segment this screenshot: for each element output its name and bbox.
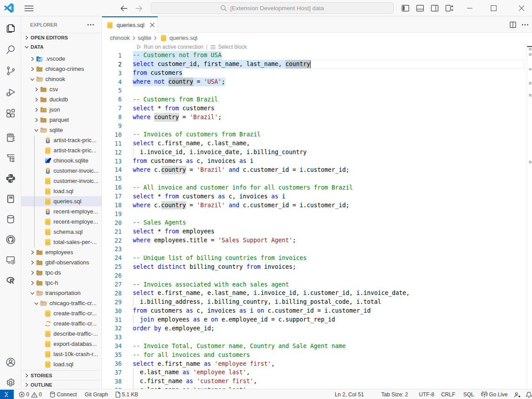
window-minimize-button[interactable] [459, 0, 480, 16]
code-line-29[interactable]: 29 i.billing_address, i.billing_country,… [102, 298, 532, 306]
window-maximize-button[interactable] [483, 0, 504, 16]
activity-source-control[interactable] [0, 61, 21, 81]
explorer-more-actions-button[interactable] [86, 21, 95, 28]
tree-item-customer-invoic...[interactable]: customer-invoic... [21, 176, 102, 186]
breadcrumb-chinook[interactable]: chinook [110, 35, 130, 41]
code-editor[interactable]: Run on active connection | Select block … [102, 43, 532, 389]
menu-button[interactable] [22, 2, 35, 14]
codelens-select-block-link[interactable]: Select block [210, 44, 247, 50]
tree-item-create-traffic-cr...[interactable]: create-traffic-cr... [21, 318, 102, 329]
code-line-4[interactable]: 4where not country = 'USA'; [102, 77, 532, 86]
tree-item-load.sql[interactable]: load.sql [21, 186, 102, 196]
window-close-button[interactable] [511, 0, 532, 16]
activity-r-lang[interactable] [0, 270, 21, 291]
code-line-36[interactable]: 36select e.first_name as 'employee first… [102, 360, 532, 368]
code-line-23[interactable]: 23 [102, 245, 532, 254]
code-line-26[interactable]: 26 [102, 271, 532, 280]
tree-item-tpc-h[interactable]: tpc-h [21, 278, 102, 288]
tree-item-duckdb[interactable]: duckdb [21, 94, 102, 105]
tree-item-gbif-observations[interactable]: gbif-observations [21, 257, 102, 267]
code-line-32[interactable]: 32order by e.employee_id; [102, 324, 532, 333]
code-line-21[interactable]: 21select * from employees [102, 227, 532, 236]
code-line-6[interactable]: 6-- Customers from Brazil [102, 95, 532, 104]
tree-item-chicago-crimes[interactable]: chicago-crimes [21, 64, 102, 74]
status-sqltools-connect[interactable]: Connect [50, 390, 77, 399]
activity-extensions[interactable] [0, 103, 21, 124]
breadcrumb-sqlite[interactable]: sqlite [138, 35, 151, 41]
activity-data-tools[interactable] [0, 148, 21, 168]
tree-item-export-databas...[interactable]: export-databas... [21, 339, 102, 349]
code-line-9[interactable]: 9 [102, 122, 532, 131]
code-line-12[interactable]: 12 i.invoice_id, i.invoice_date, i.billi… [102, 148, 532, 157]
tree-item-schema.sql[interactable]: schema.sql [21, 227, 102, 237]
tree-item-last-10k-crash-r...[interactable]: last-10k-crash-r... [21, 349, 102, 359]
code-line-37[interactable]: 37 e.last_name as 'employee last', [102, 368, 532, 377]
code-line-17[interactable]: 17select * from customers as c, invoices… [102, 192, 532, 201]
code-line-39[interactable]: 39 c.last_name as 'customer last', [102, 386, 532, 389]
tree-item-chinook.sqlite[interactable]: chinook.sqlite [21, 155, 102, 166]
code-line-34[interactable]: 34-- Invoice Total, Customer name, Count… [102, 342, 532, 351]
activity-database[interactable] [0, 209, 21, 229]
code-line-1[interactable]: 1-- Customers not from USA [102, 51, 532, 60]
code-line-5[interactable]: 5 [102, 86, 532, 95]
status-eol[interactable]: CRLF [441, 390, 455, 399]
code-line-24[interactable]: 24-- Unique list of billing countries fr… [102, 254, 532, 263]
tree-item-artist-track-pric...[interactable]: artist-track-pric... [21, 145, 102, 155]
activity-search[interactable] [0, 39, 21, 60]
activity-explorer[interactable] [0, 18, 21, 39]
code-line-25[interactable]: 25select distinct billing_country from i… [102, 263, 532, 271]
activity-remote-explorer[interactable] [0, 250, 21, 270]
code-line-35[interactable]: 35-- for all invoices and customers [102, 351, 532, 360]
tree-item-recent-employe...[interactable]: recent-employe... [21, 206, 102, 217]
section-stories[interactable]: STORIES [21, 370, 102, 380]
editor-more-actions-button[interactable] [522, 24, 528, 26]
code-line-13[interactable]: 13from customers as c, invoices as i [102, 157, 532, 166]
code-line-20[interactable]: 20-- Sales Agents [102, 218, 532, 227]
overview-ruler[interactable] [527, 43, 532, 389]
code-line-19[interactable]: 19 [102, 209, 532, 218]
tree-item-json[interactable]: json [21, 105, 102, 115]
navigate-back-button[interactable] [118, 3, 129, 14]
code-line-31[interactable]: 31 join employees as e on e.employee_id … [102, 315, 532, 324]
activity-jupyter[interactable] [0, 189, 21, 209]
tab-queries.sql[interactable]: queries.sql [102, 16, 158, 33]
code-line-22[interactable]: 22where employees.title = 'Sales Support… [102, 236, 532, 245]
code-line-27[interactable]: 27-- Invoices associated with each sales… [102, 280, 532, 289]
code-line-16[interactable]: 16-- All invoice and customer info for a… [102, 183, 532, 192]
code-line-7[interactable]: 7select * from customers [102, 104, 532, 113]
split-editor-button[interactable] [509, 21, 516, 28]
tree-item-sqlite[interactable]: sqlite [21, 125, 102, 135]
code-line-15[interactable]: 15 [102, 174, 532, 183]
tree-item-parquet[interactable]: parquet [21, 115, 102, 125]
tree-item-chicago-traffic-cr...[interactable]: chicago-traffic-cr... [21, 298, 102, 308]
status-problems[interactable]: 00 [19, 390, 42, 399]
tree-item-customer-invoic...[interactable]: customer-invoic... [21, 166, 102, 176]
status-cursor-position[interactable]: Ln 2, Col 51 [335, 390, 364, 399]
tree-item-csv[interactable]: csv [21, 84, 102, 94]
tree-item-load.sql[interactable]: load.sql [21, 359, 102, 369]
status-git-graph[interactable]: Git Graph [85, 390, 108, 399]
breadcrumb-queries.sql[interactable]: queries.sql [169, 35, 197, 41]
code-line-14[interactable]: 14where c.country = 'Brazil' and c.custo… [102, 166, 532, 174]
activity-accounts[interactable] [0, 352, 21, 372]
status-feedback[interactable] [514, 390, 522, 399]
code-line-10[interactable]: 10-- Invoices of customers from Brazil [102, 130, 532, 139]
activity-run-and-debug[interactable] [0, 82, 21, 102]
status-file-size[interactable]: 5.1 KB [115, 390, 138, 399]
activity-github[interactable] [0, 229, 21, 250]
tree-item-transportation[interactable]: transportation [21, 288, 102, 298]
code-line-28[interactable]: 28select e.first_name, e.last_name, i.in… [102, 289, 532, 298]
status-language-mode[interactable]: SQL [463, 390, 474, 399]
tree-item-employees[interactable]: employees [21, 247, 102, 257]
tree-item-describe-traffic-...[interactable]: describe-traffic-... [21, 329, 102, 339]
section-open-editors[interactable]: OPEN EDITORS [21, 33, 102, 42]
vscode-logo-icon[interactable] [4, 3, 14, 13]
status-go-live[interactable]: Go Live [481, 390, 508, 399]
tab-close-button[interactable] [148, 21, 157, 30]
section-outline[interactable]: OUTLINE [21, 380, 102, 389]
status-encoding[interactable]: UTF-8 [419, 390, 434, 399]
tree-item-.vscode[interactable]: .vscode [21, 54, 102, 64]
code-line-18[interactable]: 18where c.country = 'Brazil' and c.custo… [102, 201, 532, 210]
section-data[interactable]: DATA [21, 42, 102, 52]
codelens-run-link[interactable]: Run on active connection [136, 44, 203, 50]
